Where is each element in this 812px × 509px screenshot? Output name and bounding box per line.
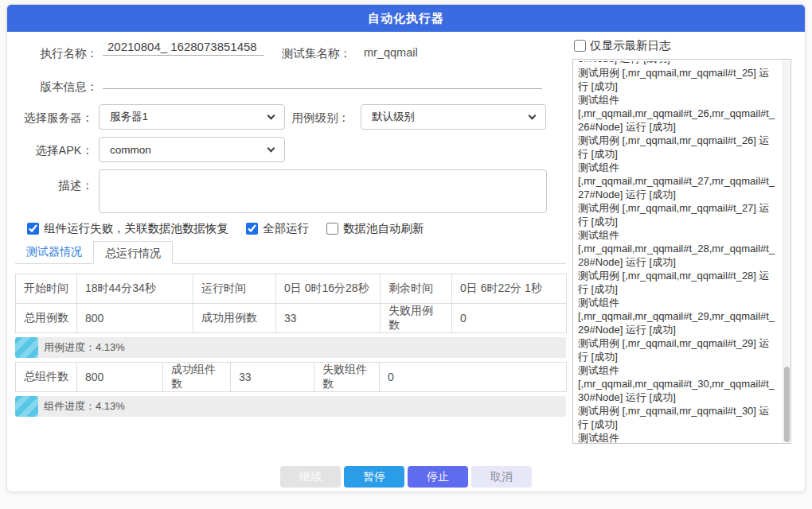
start-time-value: 18时44分34秒: [77, 274, 193, 304]
tab-tester-status[interactable]: 测试器情况: [15, 240, 93, 263]
run-time-value: 0日 0时16分28秒: [276, 274, 381, 304]
total-cases-value: 800: [77, 304, 193, 333]
log-entry: 测试组件 [,mr_qqmail,mr_qqmail#t_29,mr_qqmai…: [578, 296, 778, 336]
table-row: 总组件数 800 成功组件数 33 失败组件数 0: [16, 363, 567, 392]
run-all-checkbox[interactable]: [246, 223, 258, 235]
case-progress-label: 用例进度：4.13%: [44, 337, 125, 358]
component-table: 总组件数 800 成功组件数 33 失败组件数 0: [15, 362, 567, 392]
cancel-button[interactable]: 取消: [471, 466, 532, 488]
apk-select[interactable]: common: [99, 137, 285, 162]
continue-button[interactable]: 继续: [280, 466, 341, 488]
log-entry: 测试用例 [,mr_qqmail,mr_qqmail#t_27] 运行 [成功]: [578, 201, 778, 228]
exec-name-input[interactable]: [103, 40, 264, 56]
total-cases-label: 总用例数: [16, 304, 77, 333]
version-input[interactable]: [103, 73, 542, 89]
automation-executor-dialog: 自动化执行器 执行名称： 测试集名称： mr_qqmail 版本信息： 选择服务…: [6, 4, 806, 492]
run-options: 组件运行失败，关联数据池数据恢复 全部运行 数据池自动刷新: [27, 221, 424, 236]
version-label: 版本信息：: [7, 80, 98, 95]
latest-log-filter[interactable]: 仅显示最新日志: [574, 38, 671, 53]
log-entry: 测试组件 [,mr_qqmail,mr_qqmail#t_26,mr_qqmai…: [578, 93, 778, 134]
success-cases-label: 成功用例数: [193, 304, 276, 333]
chevron-down-icon: [529, 112, 537, 120]
table-row: 开始时间 18时44分34秒 运行时间 0日 0时16分28秒 剩余时间 0日 …: [16, 274, 567, 304]
failed-cases-value: 0: [452, 304, 567, 333]
server-select-value: 服务器1: [110, 110, 148, 124]
log-entry: 测试组件: [578, 431, 778, 444]
log-scrollbar-thumb[interactable]: [784, 367, 790, 442]
option-datapool-autorefresh[interactable]: 数据池自动刷新: [326, 221, 424, 236]
log-scrollbar[interactable]: [783, 60, 790, 442]
case-level-label: 用例级别：: [262, 111, 349, 126]
case-level-select-value: 默认级别: [372, 110, 415, 124]
latest-log-label: 仅显示最新日志: [590, 38, 671, 53]
success-components-value: 33: [231, 363, 314, 392]
remaining-time-value: 0日 6时22分 1秒: [452, 274, 567, 304]
log-entry: 测试用例 [,mr_qqmail,mr_qqmail#t_28] 运行 [成功]: [578, 269, 778, 296]
log-entry: 测试用例 [,mr_qqmail,mr_qqmail#t_25] 运行 [成功]: [578, 66, 778, 93]
testset-label: 测试集名称：: [282, 46, 358, 61]
case-level-select[interactable]: 默认级别: [361, 104, 546, 130]
server-select-label: 选择服务器：: [7, 111, 93, 126]
remaining-time-label: 剩余时间: [381, 274, 452, 304]
component-progress-fill: [15, 396, 38, 417]
total-components-label: 总组件数: [16, 363, 77, 392]
action-buttons: 继续 暂停 停止 取消: [7, 466, 805, 488]
status-tabs: 测试器情况 总运行情况: [15, 240, 566, 264]
log-entry: 测试用例 [,mr_qqmail,mr_qqmail#t_29] 运行 [成功]: [578, 336, 778, 363]
option-run-all[interactable]: 全部运行: [246, 221, 309, 236]
success-cases-value: 33: [276, 304, 381, 333]
datapool-recover-checkbox[interactable]: [27, 223, 39, 235]
description-textarea[interactable]: [99, 169, 547, 213]
dialog-title: 自动化执行器: [7, 5, 805, 32]
case-progress-bar: 用例进度：4.13%: [15, 337, 566, 358]
run-time-label: 运行时间: [193, 274, 276, 304]
option-datapool-recover[interactable]: 组件运行失败，关联数据池数据恢复: [27, 221, 228, 236]
time-case-table: 开始时间 18时44分34秒 运行时间 0日 0时16分28秒 剩余时间 0日 …: [15, 274, 567, 333]
datapool-autorefresh-checkbox[interactable]: [326, 223, 338, 235]
apk-select-label: 选择APK：: [7, 143, 93, 158]
log-entry: 测试组件 [,mr_qqmail,mr_qqmail#t_27,mr_qqmai…: [578, 161, 778, 201]
log-entries: 测试用例 [,mr_qqmail,mr_qqmail#t_25] 运行 [成功]…: [578, 66, 778, 444]
total-components-value: 800: [77, 363, 163, 392]
log-entry: 测试用例 [,mr_qqmail,mr_qqmail#t_26] 运行 [成功]: [578, 134, 778, 161]
latest-log-checkbox[interactable]: [574, 40, 586, 52]
run-statistics: 开始时间 18时44分34秒 运行时间 0日 0时16分28秒 剩余时间 0日 …: [15, 274, 566, 421]
option-label: 组件运行失败，关联数据池数据恢复: [44, 221, 228, 236]
apk-select-value: common: [110, 144, 151, 156]
server-select[interactable]: 服务器1: [99, 104, 285, 130]
pause-button[interactable]: 暂停: [344, 466, 404, 488]
testset-value: mr_qqmail: [364, 46, 418, 59]
tab-overall-run-status[interactable]: 总运行情况: [93, 241, 173, 264]
component-progress-bar: 组件进度：4.13%: [15, 396, 566, 417]
table-row: 总用例数 800 成功用例数 33 失败用例数 0: [16, 304, 567, 333]
exec-name-label: 执行名称：: [7, 46, 98, 61]
description-label: 描述：: [7, 178, 93, 193]
stop-button[interactable]: 停止: [408, 466, 468, 488]
failed-cases-label: 失败用例数: [381, 304, 452, 333]
case-progress-fill: [15, 337, 38, 358]
failed-components-value: 0: [380, 363, 567, 392]
log-entry: 测试用例 [,mr_qqmail,mr_qqmail#t_30] 运行 [成功]: [578, 404, 778, 431]
log-panel[interactable]: 5#Node] 运行 [成功] 测试用例 [,mr_qqmail,mr_qqma…: [572, 59, 791, 444]
option-label: 数据池自动刷新: [343, 221, 424, 236]
log-entry: 测试组件 [,mr_qqmail,mr_qqmail#t_30,mr_qqmai…: [578, 363, 778, 404]
option-label: 全部运行: [263, 221, 309, 236]
log-entry: 测试组件 [,mr_qqmail,mr_qqmail#t_28,mr_qqmai…: [578, 228, 778, 269]
failed-components-label: 失败组件数: [314, 363, 380, 392]
component-progress-label: 组件进度：4.13%: [44, 396, 125, 417]
chevron-down-icon: [267, 145, 275, 153]
start-time-label: 开始时间: [16, 274, 77, 304]
success-components-label: 成功组件数: [163, 363, 231, 392]
